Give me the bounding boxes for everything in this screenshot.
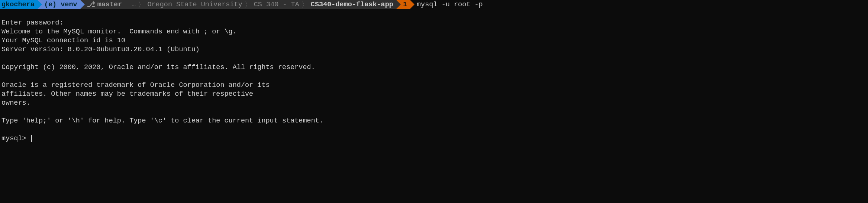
cursor-icon [31,135,32,142]
output-line: Welcome to the MySQL monitor. Commands e… [1,28,237,36]
venv-label: (e) venv [44,1,77,9]
username: gkochera [1,1,35,9]
user-segment: gkochera [0,0,38,9]
command-input[interactable]: mysql -u root -p [410,0,483,9]
output-line: Server version: 8.0.20-0ubuntu0.20.04.1 … [1,46,200,53]
branch-icon: ⎇ [87,0,95,9]
output-line: owners. [1,99,30,107]
badge-count: 1 [403,1,407,9]
chevron-right-icon: 〉 [138,0,145,9]
chevron-right-icon: 〉 [301,0,309,9]
venv-segment: (e) venv [38,0,80,9]
path-part: Oregon State University [147,1,242,9]
terminal-output: Enter password: Welcome to the MySQL mon… [0,9,868,144]
path-ellipsis: … [132,1,136,9]
git-branch-segment: ⎇ master [80,0,125,9]
branch-name: master [97,1,122,9]
chevron-right-icon: 〉 [245,0,252,9]
output-line: Type 'help;' or '\h' for help. Type '\c'… [1,117,323,125]
mysql-prompt[interactable]: mysql> [1,135,32,143]
output-line: affiliates. Other names may be trademark… [1,90,253,98]
path-segment: … 〉 Oregon State University 〉 CS 340 - T… [125,0,396,9]
shell-prompt: gkochera (e) venv ⎇ master … 〉 Oregon St… [0,0,868,9]
output-line: Oracle is a registered trademark of Orac… [1,81,270,89]
output-line: Enter password: [1,19,64,27]
path-current: CS340-demo-flask-app [311,1,393,9]
output-line: Copyright (c) 2000, 2020, Oracle and/or … [1,63,315,71]
command-text: mysql -u root -p [417,1,483,9]
output-line: Your MySQL connection id is 10 [1,37,125,45]
path-part: CS 340 - TA [254,1,299,9]
